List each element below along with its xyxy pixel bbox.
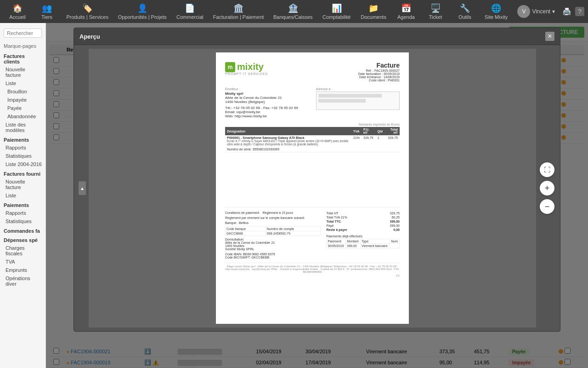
invoice-container[interactable]: m mixity PROMPT IT SERVICES Facture Réf.… (89, 49, 536, 328)
scroll-up-button[interactable]: ▲ (79, 181, 86, 195)
nav-banques[interactable]: 🏦 Banques/Caisses (269, 1, 317, 22)
invoice-footer: Conditions de paiement: Règlement à 15 j… (225, 211, 400, 259)
nav-site-mixity[interactable]: 🌐 Site Mixity (481, 1, 512, 22)
sidebar-item-rapports-f[interactable]: Rapports (0, 209, 45, 217)
nav-documents[interactable]: 📁 Documents (356, 1, 390, 22)
user-avatar: V (517, 5, 530, 18)
emetteur-email: Email: vqu@mixity.be (225, 110, 309, 114)
address-blurred-line1 (318, 94, 382, 98)
banque-label: Banque: (225, 221, 237, 224)
outils-icon: 🔧 (460, 3, 470, 13)
sidebar-section-paiements-f[interactable]: Paiements (0, 200, 45, 209)
sidebar-section-depenses[interactable]: Dépenses spé (0, 235, 45, 244)
sidebar-section-factures-clients[interactable]: Factures clients (0, 51, 45, 65)
chevron-down-icon: ▾ (552, 8, 555, 15)
sidebar-item-brouillon[interactable]: Brouillon (0, 87, 45, 96)
docs-icon: 📁 (368, 3, 379, 13)
serial-number: Numéro de série: 355080102330365 (227, 148, 350, 151)
zoom-in-button[interactable]: + (540, 181, 554, 196)
expand-button[interactable]: ⛶ (540, 162, 554, 177)
numero-compte-label: Numéro de compte (266, 227, 321, 231)
sidebar-item-nouvelle-facture-f[interactable]: Nouvelle facture (0, 178, 45, 191)
invoice-table-body: P000061 - Smartphone Samsung Galaxy A70 … (225, 135, 400, 207)
paye-label: Payé (326, 224, 334, 227)
nav-produits-services[interactable]: 🏷️ Produits | Services (62, 1, 112, 22)
minus-icon: − (545, 202, 550, 212)
nav-facturation[interactable]: 🏛️ Facturation | Paiement (209, 1, 268, 22)
nav-outils[interactable]: 🔧 Outils (451, 1, 479, 22)
sidebar-item-payee[interactable]: Payée (0, 104, 45, 112)
modal-close-button[interactable]: × (545, 32, 554, 41)
print-icon[interactable]: 🖨️ (562, 7, 571, 16)
total-ht-value: 329,75 (390, 212, 400, 215)
plus-icon: + (545, 184, 550, 193)
logo-text: mixity (237, 62, 264, 72)
page-number: 1/1 (225, 274, 400, 277)
sidebar-item-operations-diver[interactable]: Opérations diver (0, 274, 45, 288)
logo-sub: PROMPT IT SERVICES (225, 72, 268, 75)
bank-icon: 🏦 (288, 3, 298, 13)
nav-accueil[interactable]: 🏠 Accueil (4, 1, 31, 22)
item-qte: 1 (376, 135, 385, 152)
invoice-date-echeance: Date échéance : 14/06/2019 (358, 75, 400, 79)
top-navigation: 🏠 Accueil 👥 Tiers 🏷️ Produits | Services… (0, 0, 588, 23)
sidebar-item-tva[interactable]: TVA (0, 258, 45, 266)
emetteur-address1: Allée de la Cense du Colombier 21 (225, 96, 309, 100)
sidebar-section-paiements[interactable]: Paiements (0, 134, 45, 144)
paiement-row: 30/05/2019 399,00 Virement bancaire (327, 244, 400, 248)
reste-label: Reste à payer (326, 228, 347, 231)
nav-opportunites[interactable]: 👤 Opportunités | Projets (114, 1, 170, 22)
sidebar-item-emprunts[interactable]: Emprunts (0, 266, 45, 274)
help-icon[interactable]: ? (575, 7, 584, 16)
sidebar-search-container (0, 27, 45, 40)
col-tva: TVA (351, 127, 362, 135)
expand-icon: ⛶ (544, 166, 550, 173)
emetteur-address2: 1400 Nivelles (Belgique) (225, 100, 309, 104)
sidebar-item-statistiques-f[interactable]: Statistiques (0, 217, 45, 225)
sidebar-item-abandonnee[interactable]: Abandonnée (0, 112, 45, 121)
tiers-icon: 👥 (42, 3, 52, 13)
sidebar-bookmarks[interactable]: Marque-pages (0, 41, 45, 51)
sidebar-section-factures-fourni[interactable]: Factures fourni (0, 168, 45, 178)
banque-value: Belfius (239, 221, 249, 224)
paye-value: 399,00 (390, 224, 400, 227)
nav-tiers[interactable]: 👥 Tiers (33, 1, 61, 22)
conditions-label: Conditions de paiement: (225, 211, 260, 214)
item-pu-ht: 329,75 (362, 135, 376, 152)
invoice-page: m mixity PROMPT IT SERVICES Facture Réf.… (216, 52, 409, 324)
invoice-items-table: Désignation TVA P.U. HT Qté Total HT (225, 127, 400, 207)
zoom-out-button[interactable]: − (540, 199, 554, 214)
empty-row (225, 152, 400, 207)
sidebar-item-charges-fiscales[interactable]: Charges fiscales (0, 244, 45, 258)
invoice-payment-block: Conditions de paiement: Règlement à 15 j… (225, 211, 321, 259)
nav-commercial[interactable]: 📄 Commercial (172, 1, 208, 22)
modal-header: Aperçu × (74, 28, 560, 45)
paye-row: Payé 399,00 (326, 224, 400, 228)
nav-ticket[interactable]: 🖥️ Ticket (422, 1, 449, 22)
search-input[interactable] (4, 29, 42, 38)
sidebar-item-liste[interactable]: Liste (0, 79, 45, 87)
invoice-code-client: Code client : PHE001 (358, 79, 400, 82)
facturation-icon: 🏛️ (233, 3, 243, 13)
paiements-label: Paiements déjà effectués (326, 235, 400, 238)
total-tva-row: Total TVA 21% 69,25 (326, 215, 400, 219)
nav-agenda[interactable]: 📅 Agenda (392, 1, 420, 22)
sidebar-item-liste-f[interactable]: Liste (0, 191, 45, 200)
emetteur-company: Mixity sprl (225, 92, 309, 96)
sidebar-item-nouvelle-facture[interactable]: Nouvelle facture (0, 65, 45, 79)
sidebar-item-statistiques[interactable]: Statistiques (0, 152, 45, 160)
invoice-title: Facture (358, 62, 400, 69)
total-ttc-row: Total TTC 399,00 (326, 219, 400, 224)
compta-icon: 📊 (332, 3, 342, 13)
sidebar-item-impayee[interactable]: Impayée (0, 96, 45, 104)
col-pu-ht: P.U. HT (362, 127, 376, 135)
invoice-ref: Réf. : FAC1905-000027 (358, 69, 400, 72)
sidebar-item-liste-2004[interactable]: Liste 2004-2016 (0, 160, 45, 168)
emetteur-tel: Tél.: +32 78 05 02 68 - Fax: +32 78 05 0… (225, 106, 309, 110)
nav-comptabilite[interactable]: 📊 Comptabilité (318, 1, 355, 22)
sidebar-section-commandes[interactable]: Commandes fa (0, 225, 45, 235)
invoice-date-facturation: Date facturation : 30/05/2019 (358, 72, 400, 75)
sidebar-item-liste-modeles[interactable]: Liste des modèles (0, 121, 45, 134)
user-menu[interactable]: V Vincent ▾ (514, 3, 559, 20)
sidebar-item-rapports[interactable]: Rapports (0, 144, 45, 152)
